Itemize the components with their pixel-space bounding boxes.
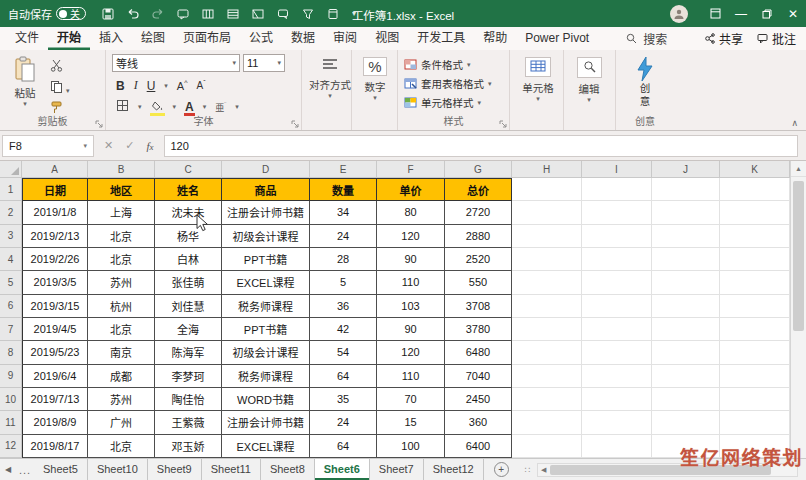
ideas-button[interactable]: 创意 (622, 56, 668, 108)
cell-K3[interactable] (720, 225, 790, 248)
minimize-button[interactable]: — (728, 0, 754, 27)
cell-C4[interactable]: 白林 (155, 248, 222, 271)
cell-J9[interactable] (652, 365, 720, 388)
cell-J1[interactable] (652, 178, 720, 201)
cell-G3[interactable]: 2880 (445, 225, 512, 248)
cell-G6[interactable]: 3708 (445, 295, 512, 318)
cell-E1[interactable]: 数量 (310, 178, 377, 201)
cell-C7[interactable]: 全海 (155, 318, 222, 341)
cell-F12[interactable]: 100 (377, 435, 445, 458)
cell-G9[interactable]: 7040 (445, 365, 512, 388)
paste-button[interactable]: 粘贴 ▾ (6, 56, 44, 116)
column-header-H[interactable]: H (512, 161, 582, 178)
row-header-2[interactable]: 2 (0, 201, 22, 224)
cell-C10[interactable]: 陶佳怡 (155, 388, 222, 411)
cell-E4[interactable]: 28 (310, 248, 377, 271)
cell-I3[interactable] (582, 225, 652, 248)
cell-F9[interactable]: 110 (377, 365, 445, 388)
row-header-8[interactable]: 8 (0, 341, 22, 364)
cell-D8[interactable]: 初级会计课程 (222, 341, 310, 364)
cell-I7[interactable] (582, 318, 652, 341)
cell-H12[interactable] (512, 435, 582, 458)
cell-D6[interactable]: 税务师课程 (222, 295, 310, 318)
sheet-tab-Sheet7[interactable]: Sheet7 (370, 459, 424, 480)
column-header-C[interactable]: C (155, 161, 222, 178)
row-header-6[interactable]: 6 (0, 295, 22, 318)
cell-E12[interactable]: 64 (310, 435, 377, 458)
format-as-table-button[interactable]: 套用表格格式▾ (404, 76, 503, 91)
row-header-1[interactable]: 1 (0, 178, 22, 201)
tab-页面布局[interactable]: 页面布局 (174, 27, 240, 50)
increase-font-icon[interactable]: A^ (177, 79, 188, 92)
cell-J8[interactable] (652, 341, 720, 364)
cell-F10[interactable]: 70 (377, 388, 445, 411)
column-header-G[interactable]: G (445, 161, 512, 178)
scroll-left-icon[interactable]: ◀ (538, 466, 550, 474)
cell-H1[interactable] (512, 178, 582, 201)
sheet-tab-Sheet8[interactable]: Sheet8 (261, 459, 315, 480)
cell-G1[interactable]: 总价 (445, 178, 512, 201)
column-header-K[interactable]: K (720, 161, 790, 178)
vertical-scrollbar[interactable]: ▲ (790, 161, 806, 458)
cell-A3[interactable]: 2019/2/13 (22, 225, 88, 248)
row-header-12[interactable]: 12 (0, 435, 22, 458)
cell-B3[interactable]: 北京 (88, 225, 155, 248)
cells-button[interactable]: 单元格 ▾ (516, 57, 560, 103)
cell-H9[interactable] (512, 365, 582, 388)
cell-H7[interactable] (512, 318, 582, 341)
cell-K4[interactable] (720, 248, 790, 271)
conditional-formatting-button[interactable]: 条件格式▾ (404, 57, 503, 72)
cell-E9[interactable]: 64 (310, 365, 377, 388)
row-header-3[interactable]: 3 (0, 225, 22, 248)
row-header-11[interactable]: 11 (0, 411, 22, 434)
cell-G5[interactable]: 550 (445, 271, 512, 294)
tab-公式[interactable]: 公式 (240, 27, 282, 50)
cell-D7[interactable]: PPT书籍 (222, 318, 310, 341)
sort-table-icon[interactable] (227, 8, 239, 20)
cell-G2[interactable]: 2720 (445, 201, 512, 224)
cell-A5[interactable]: 2019/3/5 (22, 271, 88, 294)
cell-C9[interactable]: 李梦珂 (155, 365, 222, 388)
underline-button[interactable]: U (147, 79, 156, 93)
cell-A8[interactable]: 2019/5/23 (22, 341, 88, 364)
cell-A4[interactable]: 2019/2/26 (22, 248, 88, 271)
cell-B4[interactable]: 北京 (88, 248, 155, 271)
cell-K5[interactable] (720, 271, 790, 294)
cell-H5[interactable] (512, 271, 582, 294)
cell-A1[interactable]: 日期 (22, 178, 88, 201)
cell-B10[interactable]: 苏州 (88, 388, 155, 411)
undo-icon[interactable] (127, 8, 139, 20)
cell-B1[interactable]: 地区 (88, 178, 155, 201)
cell-I6[interactable] (582, 295, 652, 318)
cell-A6[interactable]: 2019/3/15 (22, 295, 88, 318)
cell-H6[interactable] (512, 295, 582, 318)
cell-F2[interactable]: 80 (377, 201, 445, 224)
row-header-10[interactable]: 10 (0, 388, 22, 411)
cell-I8[interactable] (582, 341, 652, 364)
tab-文件[interactable]: 文件 (6, 27, 48, 50)
phonetic-guide-icon[interactable]: 亜¨ (215, 101, 226, 114)
tab-插入[interactable]: 插入 (90, 27, 132, 50)
cell-J2[interactable] (652, 201, 720, 224)
cell-K8[interactable] (720, 341, 790, 364)
cell-B11[interactable]: 广州 (88, 411, 155, 434)
cell-I11[interactable] (582, 411, 652, 434)
cell-H8[interactable] (512, 341, 582, 364)
cell-H2[interactable] (512, 201, 582, 224)
column-header-F[interactable]: F (377, 161, 445, 178)
cell-G10[interactable]: 2450 (445, 388, 512, 411)
cell-F1[interactable]: 单价 (377, 178, 445, 201)
tab-split-handle[interactable]: ∷ (523, 465, 533, 475)
cell-I9[interactable] (582, 365, 652, 388)
redo-icon[interactable] (152, 8, 164, 20)
font-dialog-launcher-icon[interactable] (291, 120, 299, 128)
row-header-5[interactable]: 5 (0, 271, 22, 294)
row-header-4[interactable]: 4 (0, 248, 22, 271)
cell-B6[interactable]: 杭州 (88, 295, 155, 318)
cell-K11[interactable] (720, 411, 790, 434)
new-sheet-button[interactable]: + (494, 462, 509, 477)
cell-K2[interactable] (720, 201, 790, 224)
cell-D12[interactable]: EXCEL课程 (222, 435, 310, 458)
cell-K7[interactable] (720, 318, 790, 341)
cell-D2[interactable]: 注册会计师书籍 (222, 201, 310, 224)
